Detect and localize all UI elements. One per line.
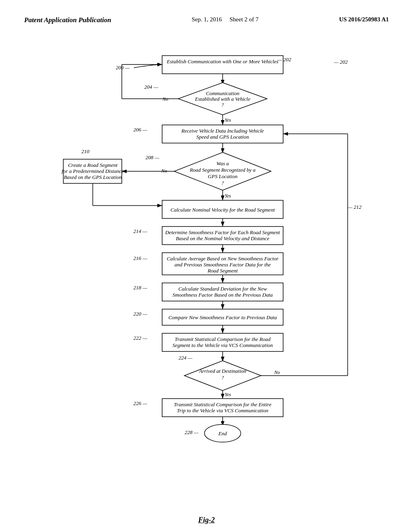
figure-caption: Fig-2 [0,516,413,532]
ref-206: 206 — [133,127,148,133]
node-226-text-1: Transmit Statistical Comparison for the … [174,401,271,407]
node-208-text-2: Road Segment Recognized by a [189,167,256,173]
label-no-204: No [162,96,168,102]
node-204-text-2: Established with a Vehicle [195,96,250,102]
node-222-text-2: Segment to the Vehicle via VCS Communica… [172,342,273,348]
ref-228: 228 — [185,429,199,435]
node-212-text-1: Calculate Nominal Velocity for the Road … [171,207,275,213]
node-222-text-1: Transmit Statistical Comparison for the … [175,336,271,342]
label-no-208: No [161,168,167,174]
node-220-text-1: Compare New Smoothness Factor to Previou… [168,314,277,320]
label-yes-208: Yes [225,193,231,199]
node-204-text-1: Communication [206,90,239,96]
node-208-text-4: ? [221,180,224,186]
ref-210: 210 [81,148,90,154]
patent-publication-label: Patent Application Publication [24,16,111,24]
sheet-info: Sheet 2 of 7 [229,16,259,23]
node-210-text-2: for a Predetermined Distance [62,168,124,174]
patent-number: US 2016/250983 A1 [339,16,389,23]
node-202-text-1: Establish Communication with One or More… [167,58,279,64]
node-210-text-3: Based on the GPS Location [64,174,122,180]
publication-date: Sep. 1, 2016 [192,16,222,23]
node-216-text-1: Calculate Average Based on New Smoothnes… [167,256,279,262]
node-224-text-2: ? [221,374,224,380]
node-226-text-2: Trip to the Vehicle via VCS Communicatio… [177,407,269,414]
label-yes-204: Yes [225,117,231,123]
page-header: Patent Application Publication Sep. 1, 2… [0,0,413,32]
node-214-text-1: Determine Smoothness Factor for Each Roa… [165,229,280,235]
ref-226: 226 — [133,400,148,406]
ref-204: 204 — [144,84,159,90]
node-206-text-1: Receive Vehicle Data Including Vehicle [181,128,264,134]
ref-212: — 212 [347,204,362,210]
label-yes-224: Yes [225,392,231,397]
ref-220: 220 — [133,311,148,317]
ref-200: 200 — [116,64,130,71]
node-218-text-1: Calculate Standard Deviation for the New [178,286,267,292]
header-date-sheet: Sep. 1, 2016 Sheet 2 of 7 [192,16,259,23]
node-216-text-3: Road Segment [207,268,238,274]
node-210-text-1: Create a Road Segment [68,162,118,168]
ref-222: 222 — [133,335,148,341]
ref-218: 218 — [133,285,148,291]
arrow-200-202 [134,64,162,68]
node-204-text-3: ? [221,102,224,108]
node-214-text-2: Based on the Nominal Velocity and Distan… [176,235,269,241]
ref-216: 216 — [133,255,148,261]
label-202: — 202 [277,56,292,62]
node-206-text-2: Speed and GPS Location [196,134,249,140]
diagram-container: Establish Communication with One or More… [0,32,413,512]
node-208-text-3: GPS Location [208,173,237,179]
flowchart-svg: Establish Communication with One or More… [41,40,372,504]
node-224-text-1: Arrived at Destination [199,368,246,374]
node-218-text-2: Smoothness Factor Based on the Previous … [173,292,273,298]
ref-214: 214 — [133,228,148,234]
ref-224: 224 — [179,355,193,361]
ref-208: 208 — [146,154,160,160]
ref-202: — 202 [334,59,348,65]
label-no-224: No [274,370,280,375]
node-208-text-1: Was a [217,160,229,166]
node-228-text: End [218,430,227,436]
node-216-text-2: and Previous Smoothness Factor Data for … [175,262,271,268]
